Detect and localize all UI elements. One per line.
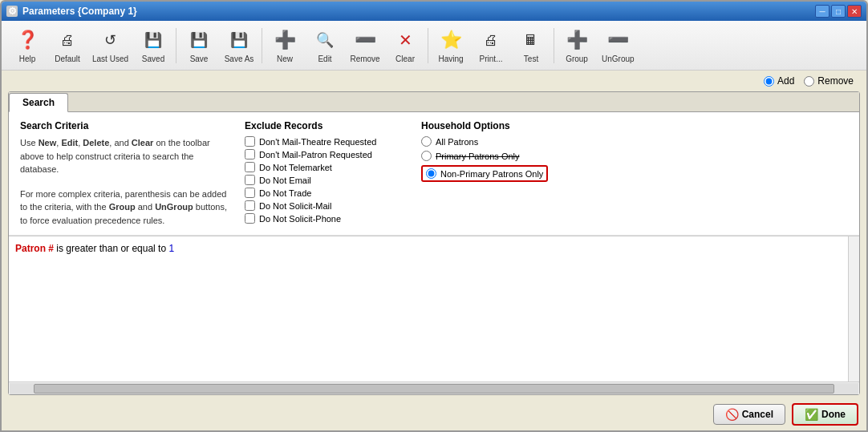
primary-patrons-radio[interactable]	[421, 151, 432, 161]
default-button[interactable]: 🖨 Default	[48, 24, 87, 67]
having-icon: ⭐	[438, 27, 464, 53]
print-button[interactable]: 🖨 Print...	[472, 24, 510, 67]
last-used-label: Last Used	[92, 55, 128, 63]
group-label: Group	[566, 55, 588, 63]
group-icon: ➕	[564, 27, 590, 53]
save-as-icon: 💾	[226, 27, 252, 53]
exclude-label-0: Don't Mail-Theatre Requested	[259, 137, 376, 147]
cancel-label: Cancel	[742, 409, 773, 420]
three-column-area: Search Criteria Use New, Edit, Delete, a…	[9, 112, 859, 236]
ungroup-button[interactable]: ➖ UnGroup	[598, 24, 639, 67]
save-as-label: Save As	[225, 55, 254, 63]
toolbar-sep-3	[428, 28, 428, 63]
household-radio-all[interactable]: All Patrons	[421, 136, 848, 147]
having-button[interactable]: ⭐ Having	[432, 24, 470, 67]
group-button[interactable]: ➕ Group	[558, 24, 596, 67]
household-radio-primary[interactable]: Primary Patrons Only	[421, 151, 848, 161]
remove-label: Remove	[350, 55, 379, 63]
minimize-button[interactable]: ─	[815, 5, 829, 18]
exclude-checkbox-5[interactable]	[245, 200, 255, 211]
title-bar-left: ⚙ Parameters {Company 1}	[6, 6, 137, 17]
content-area: Add Remove Search Search Criteria	[2, 71, 866, 398]
test-button[interactable]: 🖩 Test	[512, 24, 550, 67]
done-button[interactable]: ✅ Done	[792, 403, 858, 426]
done-icon: ✅	[805, 408, 818, 421]
last-used-button[interactable]: ↺ Last Used	[88, 24, 132, 67]
add-radio-item[interactable]: Add	[764, 75, 794, 87]
exclude-item-6: Do Not Solicit-Phone	[245, 213, 405, 224]
ungroup-icon: ➖	[605, 27, 631, 53]
having-label: Having	[438, 55, 463, 63]
exclude-checkbox-3[interactable]	[245, 175, 255, 185]
save-button[interactable]: 💾 Save	[180, 24, 218, 67]
help-button[interactable]: ❓ Help	[8, 24, 47, 67]
toolbar-sep-4	[554, 28, 554, 63]
clear-label: Clear	[395, 55, 415, 63]
exclude-item-2: Do Not Telemarket	[245, 162, 405, 172]
exclude-records-title: Exclude Records	[245, 120, 405, 131]
edit-button[interactable]: 🔍 Edit	[306, 24, 344, 67]
done-label: Done	[821, 409, 846, 420]
test-label: Test	[524, 55, 538, 63]
add-radio[interactable]	[764, 76, 774, 87]
exclude-item-4: Do Not Trade	[245, 188, 405, 198]
ungroup-label: UnGroup	[602, 55, 635, 63]
cancel-icon: 🚫	[725, 408, 739, 421]
window-icon: ⚙	[6, 6, 18, 17]
all-patrons-radio[interactable]	[421, 136, 432, 147]
household-radio-nonprimary[interactable]: Non-Primary Patrons Only	[421, 165, 848, 182]
help-label: Help	[19, 55, 36, 63]
cancel-button[interactable]: 🚫 Cancel	[713, 404, 785, 425]
exclude-checkbox-1[interactable]	[245, 149, 255, 159]
exclude-checkbox-2[interactable]	[245, 162, 255, 172]
criteria-op: is greater than or equal to	[56, 243, 168, 254]
edit-label: Edit	[318, 55, 331, 63]
remove-radio-label: Remove	[817, 75, 854, 87]
exclude-item-1: Don't Mail-Patron Requested	[245, 149, 405, 159]
default-label: Default	[55, 55, 80, 63]
remove-radio[interactable]	[804, 76, 814, 87]
exclude-records-column: Exclude Records Don't Mail-Theatre Reque…	[245, 120, 405, 227]
nonprimary-patrons-radio[interactable]	[426, 168, 436, 179]
window-title: Parameters {Company 1}	[22, 6, 137, 17]
title-bar: ⚙ Parameters {Company 1} ─ □ ✕	[2, 2, 866, 21]
maximize-button[interactable]: □	[831, 5, 846, 18]
clear-icon: ✕	[392, 27, 418, 53]
scroll-track[interactable]	[10, 383, 858, 394]
search-tab[interactable]: Search	[9, 93, 68, 112]
exclude-checkbox-4[interactable]	[245, 188, 255, 198]
clear-button[interactable]: ✕ Clear	[386, 24, 424, 67]
print-label: Print...	[480, 55, 503, 63]
exclude-label-1: Don't Mail-Patron Requested	[259, 150, 372, 159]
saved-label: Saved	[142, 55, 164, 63]
nonprimary-patrons-label: Non-Primary Patrons Only	[440, 169, 543, 179]
scroll-thumb[interactable]	[34, 384, 834, 394]
save-icon: 💾	[186, 27, 212, 53]
save-as-button[interactable]: 💾 Save As	[220, 24, 258, 67]
search-criteria-column: Search Criteria Use New, Edit, Delete, a…	[20, 120, 229, 227]
vertical-scrollbar[interactable]	[848, 236, 859, 382]
saved-button[interactable]: 💾 Saved	[134, 24, 172, 67]
footer-bar: 🚫 Cancel ✅ Done	[2, 398, 866, 430]
title-controls: ─ □ ✕	[815, 5, 862, 18]
search-criteria-title: Search Criteria	[20, 120, 229, 131]
remove-button[interactable]: ➖ Remove	[346, 24, 384, 67]
exclude-checkbox-0[interactable]	[245, 136, 255, 147]
exclude-checkbox-6[interactable]	[245, 213, 255, 224]
close-button[interactable]: ✕	[847, 5, 862, 18]
print-icon: 🖨	[478, 27, 504, 53]
all-patrons-label: All Patrons	[436, 137, 478, 147]
exclude-label-3: Do Not Email	[259, 176, 311, 185]
new-label: New	[277, 55, 293, 63]
criteria-text: Patron # is greater than or equal to 1	[15, 243, 174, 254]
saved-icon: 💾	[140, 27, 166, 53]
horizontal-scrollbar[interactable]	[9, 382, 859, 394]
new-button[interactable]: ➕ New	[266, 24, 304, 67]
add-radio-label: Add	[777, 75, 794, 87]
toolbar-sep-1	[176, 28, 176, 63]
remove-radio-item[interactable]: Remove	[804, 75, 854, 87]
remove-icon: ➖	[352, 27, 378, 53]
last-used-icon: ↺	[98, 27, 124, 53]
household-options-column: Household Options All Patrons Primary Pa…	[421, 120, 848, 227]
exclude-label-4: Do Not Trade	[259, 188, 311, 198]
